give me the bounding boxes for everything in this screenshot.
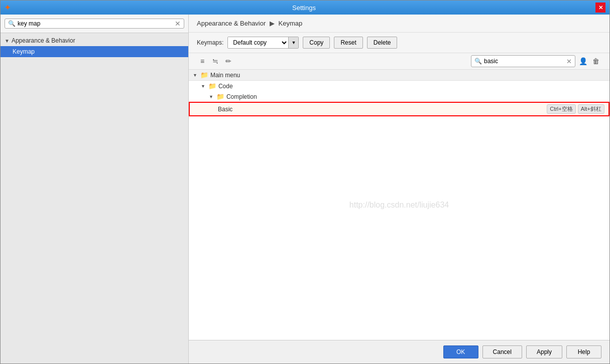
filter-search-icon: 🔍	[474, 58, 482, 65]
keymap-select[interactable]: Default copy	[228, 37, 288, 48]
settings-window: ✦ Settings ✕ 🔍 ✕ ▼ Appearance & Behavior…	[0, 0, 610, 364]
sidebar-search-wrapper: 🔍 ✕	[5, 19, 184, 29]
folder-icon-code: 📁	[208, 82, 216, 90]
ok-button[interactable]: OK	[443, 345, 478, 358]
sidebar-search-input[interactable]	[18, 20, 173, 27]
apply-button[interactable]: Apply	[526, 345, 562, 358]
code-arrow: ▼	[201, 84, 205, 89]
trash-icon: 🗑	[592, 57, 599, 65]
tree-header: ▼ 📁 Main menu	[189, 70, 609, 81]
nav-section-appearance[interactable]: ▼ Appearance & Behavior	[1, 35, 188, 46]
shortcut-badges: Ctrl+空格 Alt+斜杠	[547, 104, 604, 114]
window-title: Settings	[13, 4, 595, 12]
collapse-all-button[interactable]: ≒	[210, 56, 221, 67]
bottom-bar: OK Cancel Apply Help	[189, 340, 609, 363]
reset-button[interactable]: Reset	[334, 37, 362, 49]
right-panel: Appearance & Behavior ▶ Keymap Keymaps: …	[189, 15, 609, 363]
expand-all-button[interactable]: ≡	[197, 56, 208, 67]
keymaps-label: Keymaps:	[197, 39, 223, 46]
shortcut-badge-1: Ctrl+空格	[547, 104, 576, 114]
section-arrow: ▼	[5, 38, 10, 44]
tree-row-code[interactable]: ▼ 📁 Code	[189, 81, 609, 91]
nav-item-label: Keymap	[13, 48, 35, 55]
main-menu-arrow: ▼	[193, 73, 197, 78]
sidebar: 🔍 ✕ ▼ Appearance & Behavior Keymap	[1, 15, 189, 363]
user-icon-button[interactable]: 👤	[577, 56, 588, 67]
filter-input[interactable]	[484, 58, 564, 65]
edit-icon: ✏	[225, 57, 231, 65]
nav-tree: ▼ Appearance & Behavior Keymap	[1, 33, 188, 363]
search-icon: 🔍	[8, 20, 16, 27]
filter-wrapper: 🔍 ✕	[471, 55, 575, 67]
breadcrumb-part1: Appearance & Behavior	[197, 20, 266, 27]
keymap-toolbar: Keymaps: Default copy ▼ Copy Reset Delet…	[189, 33, 609, 53]
shortcut-badge-2: Alt+斜杠	[578, 104, 604, 114]
app-logo: ✦	[5, 4, 13, 12]
user-icon: 👤	[579, 57, 587, 65]
action-right-group: 🔍 ✕ 👤 🗑	[471, 55, 601, 67]
keymap-select-wrapper: Default copy ▼	[227, 37, 299, 49]
tree-row-basic[interactable]: Basic Ctrl+空格 Alt+斜杠	[189, 102, 609, 116]
keymap-dropdown-arrow[interactable]: ▼	[288, 37, 298, 49]
search-clear-icon[interactable]: ✕	[175, 20, 181, 27]
completion-arrow: ▼	[209, 94, 213, 99]
trash-icon-button[interactable]: 🗑	[590, 56, 601, 67]
collapse-icon: ≒	[212, 57, 218, 65]
filter-clear-icon[interactable]: ✕	[566, 58, 572, 65]
help-button[interactable]: Help	[566, 345, 601, 358]
completion-label: Completion	[226, 93, 257, 100]
action-left-group: ≡ ≒ ✏	[197, 56, 234, 67]
keymap-tree: ▼ 📁 Main menu ▼ 📁 Code ▼ 📁 Completion	[189, 70, 609, 340]
sidebar-search-bar: 🔍 ✕	[1, 15, 188, 33]
folder-icon-main: 📁	[200, 71, 208, 79]
basic-label: Basic	[218, 106, 232, 113]
breadcrumb-separator: ▶	[270, 20, 277, 27]
breadcrumb-part2: Keymap	[279, 20, 303, 27]
folder-icon-completion: 📁	[216, 93, 224, 100]
tree-row-completion[interactable]: ▼ 📁 Completion	[189, 91, 609, 102]
delete-button[interactable]: Delete	[367, 37, 398, 49]
action-toolbar: ≡ ≒ ✏ 🔍 ✕ 👤	[189, 53, 609, 70]
expand-icon: ≡	[200, 57, 204, 65]
section-label: Appearance & Behavior	[12, 37, 75, 44]
watermark-text: http://blog.csdn.net/liujie634	[349, 201, 449, 210]
main-menu-label: Main menu	[210, 72, 240, 79]
sidebar-item-keymap[interactable]: Keymap	[1, 46, 188, 57]
close-button[interactable]: ✕	[595, 3, 605, 13]
breadcrumb: Appearance & Behavior ▶ Keymap	[189, 15, 609, 33]
title-bar: ✦ Settings ✕	[1, 1, 609, 15]
cancel-button[interactable]: Cancel	[482, 345, 522, 358]
edit-button[interactable]: ✏	[223, 56, 234, 67]
code-label: Code	[218, 83, 233, 90]
copy-button[interactable]: Copy	[303, 37, 330, 49]
